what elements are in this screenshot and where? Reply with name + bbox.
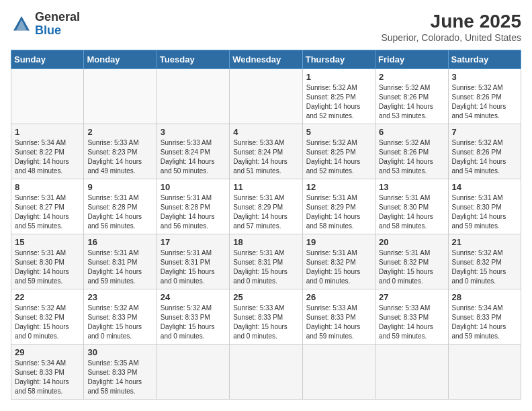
day-info: Sunrise: 5:32 AMSunset: 8:26 PMDaylight:… <box>379 83 444 121</box>
calendar-cell: 20Sunrise: 5:31 AMSunset: 8:32 PMDayligh… <box>375 234 448 289</box>
calendar-cell <box>157 69 229 124</box>
calendar-cell: 17Sunrise: 5:31 AMSunset: 8:31 PMDayligh… <box>157 234 229 289</box>
day-info: Sunrise: 5:32 AMSunset: 8:32 PMDaylight:… <box>15 304 80 341</box>
day-info: Sunrise: 5:31 AMSunset: 8:30 PMDaylight:… <box>379 193 444 231</box>
day-number: 22 <box>15 292 80 302</box>
day-number: 13 <box>379 182 444 192</box>
day-info: Sunrise: 5:32 AMSunset: 8:33 PMDaylight:… <box>87 304 152 341</box>
calendar-cell <box>230 69 302 124</box>
calendar-cell <box>375 345 448 400</box>
day-number: 24 <box>161 292 226 302</box>
day-number: 16 <box>87 237 152 247</box>
day-info: Sunrise: 5:32 AMSunset: 8:26 PMDaylight:… <box>452 138 517 176</box>
calendar-cell <box>84 69 157 124</box>
day-number: 25 <box>233 292 298 302</box>
day-info: Sunrise: 5:31 AMSunset: 8:29 PMDaylight:… <box>233 193 298 231</box>
weekday-header: Friday <box>375 50 448 69</box>
day-info: Sunrise: 5:34 AMSunset: 8:33 PMDaylight:… <box>15 359 80 396</box>
calendar-cell: 13Sunrise: 5:31 AMSunset: 8:30 PMDayligh… <box>375 179 448 234</box>
calendar-week-row: 1Sunrise: 5:34 AMSunset: 8:22 PMDaylight… <box>11 124 521 179</box>
day-info: Sunrise: 5:32 AMSunset: 8:25 PMDaylight:… <box>306 138 371 176</box>
calendar-cell: 8Sunrise: 5:31 AMSunset: 8:27 PMDaylight… <box>11 179 84 234</box>
calendar-cell: 1Sunrise: 5:34 AMSunset: 8:22 PMDaylight… <box>11 124 84 179</box>
day-number: 4 <box>233 127 298 137</box>
day-info: Sunrise: 5:33 AMSunset: 8:33 PMDaylight:… <box>233 304 298 341</box>
day-number: 7 <box>452 127 517 137</box>
day-number: 8 <box>15 182 80 192</box>
logo-text: General Blue <box>35 11 80 38</box>
weekday-header-row: SundayMondayTuesdayWednesdayThursdayFrid… <box>11 50 521 69</box>
day-info: Sunrise: 5:34 AMSunset: 8:22 PMDaylight:… <box>15 138 80 176</box>
calendar-cell: 9Sunrise: 5:31 AMSunset: 8:28 PMDaylight… <box>84 179 157 234</box>
day-number: 2 <box>379 72 444 82</box>
day-info: Sunrise: 5:31 AMSunset: 8:32 PMDaylight:… <box>306 248 371 286</box>
calendar-week-row: 8Sunrise: 5:31 AMSunset: 8:27 PMDaylight… <box>11 179 521 234</box>
calendar-cell: 21Sunrise: 5:32 AMSunset: 8:32 PMDayligh… <box>448 234 521 289</box>
day-number: 29 <box>15 347 80 357</box>
logo-blue: Blue <box>35 24 80 38</box>
calendar-week-row: 1Sunrise: 5:32 AMSunset: 8:25 PMDaylight… <box>11 69 521 124</box>
calendar-cell: 4Sunrise: 5:33 AMSunset: 8:24 PMDaylight… <box>230 124 302 179</box>
calendar-cell: 27Sunrise: 5:33 AMSunset: 8:33 PMDayligh… <box>375 289 448 345</box>
day-number: 3 <box>161 127 226 137</box>
weekday-header: Sunday <box>11 50 84 69</box>
calendar-cell: 15Sunrise: 5:31 AMSunset: 8:30 PMDayligh… <box>11 234 84 289</box>
day-info: Sunrise: 5:33 AMSunset: 8:24 PMDaylight:… <box>233 138 298 176</box>
page-header: General Blue June 2025 Superior, Colorad… <box>11 11 521 43</box>
day-info: Sunrise: 5:31 AMSunset: 8:29 PMDaylight:… <box>306 193 371 231</box>
day-number: 1 <box>15 127 80 137</box>
day-info: Sunrise: 5:31 AMSunset: 8:32 PMDaylight:… <box>379 248 444 286</box>
day-info: Sunrise: 5:32 AMSunset: 8:25 PMDaylight:… <box>306 83 371 121</box>
calendar-cell: 7Sunrise: 5:32 AMSunset: 8:26 PMDaylight… <box>448 124 521 179</box>
calendar-cell <box>302 345 375 400</box>
day-number: 15 <box>15 237 80 247</box>
day-number: 12 <box>306 182 371 192</box>
day-info: Sunrise: 5:33 AMSunset: 8:24 PMDaylight:… <box>161 138 226 176</box>
day-info: Sunrise: 5:32 AMSunset: 8:26 PMDaylight:… <box>379 138 444 176</box>
day-number: 5 <box>306 127 371 137</box>
calendar-cell <box>230 345 302 400</box>
day-info: Sunrise: 5:31 AMSunset: 8:27 PMDaylight:… <box>15 193 80 231</box>
day-info: Sunrise: 5:32 AMSunset: 8:26 PMDaylight:… <box>452 83 517 121</box>
day-info: Sunrise: 5:31 AMSunset: 8:31 PMDaylight:… <box>87 248 152 286</box>
calendar-cell: 30Sunrise: 5:35 AMSunset: 8:33 PMDayligh… <box>84 345 157 400</box>
day-info: Sunrise: 5:31 AMSunset: 8:28 PMDaylight:… <box>87 193 152 231</box>
day-number: 11 <box>233 182 298 192</box>
weekday-header: Tuesday <box>157 50 229 69</box>
day-number: 2 <box>87 127 152 137</box>
day-number: 18 <box>233 237 298 247</box>
location: Superior, Colorado, United States <box>381 32 521 43</box>
calendar-cell: 5Sunrise: 5:32 AMSunset: 8:25 PMDaylight… <box>302 124 375 179</box>
calendar-cell: 1Sunrise: 5:32 AMSunset: 8:25 PMDaylight… <box>302 69 375 124</box>
day-number: 26 <box>306 292 371 302</box>
day-number: 9 <box>87 182 152 192</box>
calendar-cell: 22Sunrise: 5:32 AMSunset: 8:32 PMDayligh… <box>11 289 84 345</box>
weekday-header: Monday <box>84 50 157 69</box>
day-number: 3 <box>452 72 517 82</box>
calendar-cell: 6Sunrise: 5:32 AMSunset: 8:26 PMDaylight… <box>375 124 448 179</box>
title-block: June 2025 Superior, Colorado, United Sta… <box>381 11 521 43</box>
day-number: 27 <box>379 292 444 302</box>
calendar-cell: 3Sunrise: 5:32 AMSunset: 8:26 PMDaylight… <box>448 69 521 124</box>
calendar-cell: 3Sunrise: 5:33 AMSunset: 8:24 PMDaylight… <box>157 124 229 179</box>
logo-general: General <box>35 11 80 24</box>
month-title: June 2025 <box>381 11 521 32</box>
calendar-cell: 2Sunrise: 5:32 AMSunset: 8:26 PMDaylight… <box>375 69 448 124</box>
day-info: Sunrise: 5:32 AMSunset: 8:32 PMDaylight:… <box>452 248 517 286</box>
day-info: Sunrise: 5:31 AMSunset: 8:30 PMDaylight:… <box>15 248 80 286</box>
calendar-cell: 25Sunrise: 5:33 AMSunset: 8:33 PMDayligh… <box>230 289 302 345</box>
weekday-header: Thursday <box>302 50 375 69</box>
calendar-cell: 28Sunrise: 5:34 AMSunset: 8:33 PMDayligh… <box>448 289 521 345</box>
calendar-cell: 29Sunrise: 5:34 AMSunset: 8:33 PMDayligh… <box>11 345 84 400</box>
day-number: 14 <box>452 182 517 192</box>
calendar-cell: 12Sunrise: 5:31 AMSunset: 8:29 PMDayligh… <box>302 179 375 234</box>
calendar-week-row: 15Sunrise: 5:31 AMSunset: 8:30 PMDayligh… <box>11 234 521 289</box>
day-number: 10 <box>161 182 226 192</box>
day-number: 20 <box>379 237 444 247</box>
day-number: 23 <box>87 292 152 302</box>
calendar-cell <box>448 345 521 400</box>
calendar-cell: 26Sunrise: 5:33 AMSunset: 8:33 PMDayligh… <box>302 289 375 345</box>
calendar-week-row: 29Sunrise: 5:34 AMSunset: 8:33 PMDayligh… <box>11 345 521 400</box>
day-info: Sunrise: 5:33 AMSunset: 8:23 PMDaylight:… <box>87 138 152 176</box>
calendar-cell <box>11 69 84 124</box>
